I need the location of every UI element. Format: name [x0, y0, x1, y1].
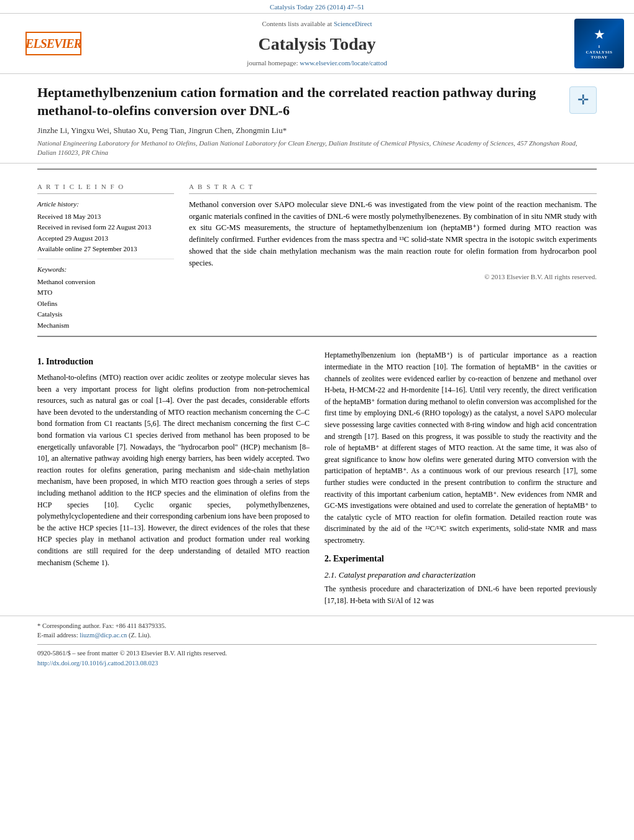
doi-link[interactable]: http://dx.doi.org/10.1016/j.cattod.2013.…: [37, 660, 158, 667]
separator: [37, 168, 597, 170]
catalysis-badge: ★ ICATALYSISTODAY: [574, 19, 624, 68]
homepage-link[interactable]: www.elsevier.com/locate/cattod: [300, 59, 387, 67]
abstract-column: A B S T R A C T Methanol conversion over…: [189, 182, 597, 331]
body-right-column: Heptamethylbenzenium ion (heptaMB⁺) is o…: [324, 349, 597, 610]
abstract-section: A B S T R A C T Methanol conversion over…: [189, 182, 597, 282]
keyword-3: Olefins: [37, 298, 174, 310]
body-separator: [37, 336, 597, 337]
footnote-star: * Corresponding author. Fax: +86 411 843…: [37, 621, 597, 631]
article-info-label: A R T I C L E I N F O: [37, 182, 174, 194]
issn-line: 0920-5861/$ – see front matter © 2013 El…: [37, 648, 597, 658]
journal-homepage: journal homepage: www.elsevier.com/locat…: [97, 58, 537, 68]
keyword-1: Methanol conversion: [37, 277, 174, 288]
abstract-label: A B S T R A C T: [189, 182, 597, 194]
footnote-email: E-mail address: liuzm@dicp.ac.cn (Z. Liu…: [37, 630, 597, 640]
journal-citation: Catalysis Today 226 (2014) 47–51: [270, 3, 364, 11]
footnote-area: * Corresponding author. Fax: +86 411 843…: [0, 616, 634, 671]
journal-header: ELSEVIER Contents lists available at Sci…: [0, 14, 634, 74]
header-right: ★ ICATALYSISTODAY: [537, 19, 624, 68]
body-left-column: 1. Introduction Methanol-to-olefins (MTO…: [37, 349, 310, 610]
article-history: Article history: Received 18 May 2013 Re…: [37, 199, 174, 259]
article-title: Heptamethylbenzenium cation formation an…: [37, 84, 557, 119]
history-label: Article history:: [37, 199, 174, 210]
revised-date: Received in revised form 22 August 2013: [37, 223, 151, 231]
article-info-abstract: A R T I C L E I N F O Article history: R…: [0, 175, 634, 331]
header-center: Contents lists available at ScienceDirec…: [97, 19, 537, 68]
keyword-5: Mechanism: [37, 320, 174, 331]
affiliation: National Engineering Laboratory for Meth…: [37, 139, 597, 158]
main-body: 1. Introduction Methanol-to-olefins (MTO…: [0, 342, 634, 610]
keyword-2: MTO: [37, 287, 174, 298]
abstract-text: Methanol conversion over SAPO molecular …: [189, 199, 597, 269]
email-link[interactable]: liuzm@dicp.ac.cn: [80, 632, 127, 639]
copyright: © 2013 Elsevier B.V. All rights reserved…: [189, 272, 597, 282]
page: Catalysis Today 226 (2014) 47–51 ELSEVIE…: [0, 0, 634, 671]
article-header: Heptamethylbenzenium cation formation an…: [0, 74, 634, 163]
crossmark[interactable]: ✛: [569, 86, 597, 114]
section21-heading: 2.1. Catalyst preparation and characteri…: [324, 570, 597, 581]
sciencedirect-link[interactable]: ScienceDirect: [334, 20, 372, 27]
keywords-label: Keywords:: [37, 264, 174, 275]
crossmark-icon[interactable]: ✛: [569, 86, 597, 114]
accepted-date: Accepted 29 August 2013: [37, 234, 108, 242]
intro-para1: Methanol-to-olefins (MTO) reaction over …: [37, 372, 310, 568]
article-info-column: A R T I C L E I N F O Article history: R…: [37, 182, 174, 331]
contents-available: Contents lists available at ScienceDirec…: [97, 19, 537, 29]
article-top-line: Heptamethylbenzenium cation formation an…: [37, 84, 597, 119]
header-left: ELSEVIER: [10, 32, 97, 55]
keywords-section: Keywords: Methanol conversion MTO Olefin…: [37, 264, 174, 331]
keyword-4: Catalysis: [37, 309, 174, 320]
badge-icon: ★: [594, 27, 605, 43]
section21-text: The synthesis procedure and characteriza…: [324, 583, 597, 606]
footnote-divider: [37, 644, 597, 645]
section2-heading: 2. Experimental: [324, 553, 597, 565]
received-date: Received 18 May 2013: [37, 213, 101, 220]
badge-text: ICATALYSISTODAY: [586, 44, 613, 60]
authors: Jinzhe Li, Yingxu Wei, Shutao Xu, Peng T…: [37, 125, 597, 136]
intro-heading: 1. Introduction: [37, 356, 310, 368]
journal-title: Catalysis Today: [97, 32, 537, 56]
available-date: Available online 27 September 2013: [37, 245, 137, 252]
elsevier-logo: ELSEVIER: [25, 32, 81, 55]
top-banner: Catalysis Today 226 (2014) 47–51: [0, 0, 634, 14]
right-para1: Heptamethylbenzenium ion (heptaMB⁺) is o…: [324, 349, 597, 546]
doi-line: http://dx.doi.org/10.1016/j.cattod.2013.…: [37, 658, 597, 668]
